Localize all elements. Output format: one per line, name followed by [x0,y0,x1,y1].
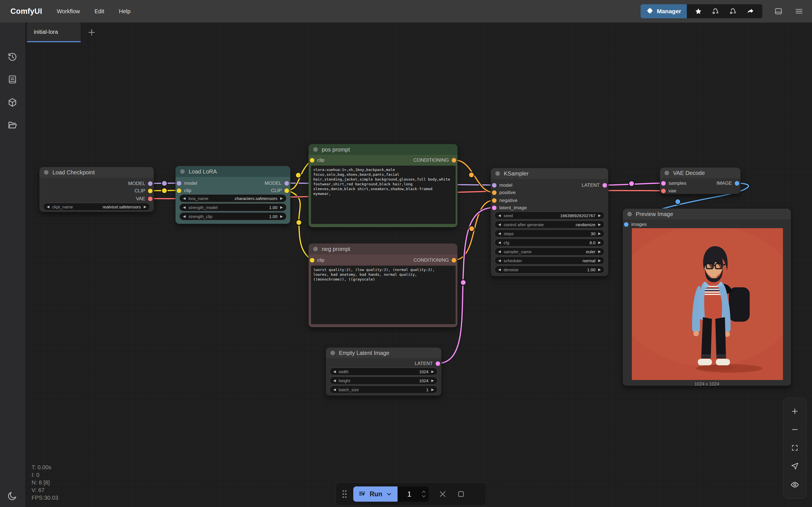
widget-strength-model[interactable]: strength_model 1.00 [179,203,287,211]
collapse-dot[interactable] [44,170,49,175]
input-slot-clip[interactable]: clip [177,188,192,193]
node-neg-prompt[interactable]: neg prompt clip CONDITIONING (worst qual… [308,243,458,327]
increment-arrow-icon[interactable] [280,196,283,200]
node-vae-decode[interactable]: VAE Decode samples vae IMAGE [660,167,741,194]
slot-dot[interactable] [452,258,456,263]
node-header[interactable]: pos prompt [309,144,457,155]
collapse-dot[interactable] [495,171,500,176]
clear-queue-x-icon[interactable] [438,490,447,499]
batch-count-stepper[interactable]: 1 [398,487,428,502]
decrement-arrow-icon[interactable] [498,241,501,244]
increment-arrow-icon[interactable] [598,232,601,235]
decrement-arrow-icon[interactable] [498,250,501,253]
queue-panel-icon[interactable] [6,73,18,86]
output-slot-clip[interactable]: CLIP [135,188,153,194]
decrement-arrow-icon[interactable] [183,196,186,200]
slot-dot[interactable] [661,189,666,193]
increment-arrow-icon[interactable] [598,268,601,271]
increment-arrow-icon[interactable] [432,379,434,382]
input-slot-model[interactable]: model [492,182,512,188]
node-library-icon[interactable] [6,96,18,109]
decrement-arrow-icon[interactable] [183,215,186,218]
collapse-dot[interactable] [313,147,318,152]
vacuum-clear-icon[interactable] [712,7,719,15]
slot-dot[interactable] [492,190,497,195]
output-slot-model[interactable]: MODEL [265,180,289,186]
input-slot-model[interactable]: model [177,180,197,186]
input-slot-images[interactable]: images [624,222,647,227]
output-slot-vae[interactable]: VAE [136,196,153,202]
star-icon[interactable] [695,8,702,15]
widget-seed[interactable]: seed166398928202767 [495,212,605,219]
manager-button[interactable]: Manager [641,4,687,18]
increment-arrow-icon[interactable] [598,214,601,217]
output-slot-model[interactable]: MODEL [128,181,153,186]
decrement-arrow-icon[interactable] [183,206,186,209]
prompt-textarea[interactable]: <lora:xuehua:1>,xh,1boy,backpack,male fo… [311,166,456,224]
node-header[interactable]: Preview Image [623,209,791,219]
widget-height[interactable]: height1024 [329,377,438,385]
slot-dot[interactable] [735,181,739,186]
share-icon[interactable] [747,7,755,15]
decrement-arrow-icon[interactable] [498,259,501,262]
collapse-dot[interactable] [180,169,185,174]
slot-dot[interactable] [177,181,181,186]
slot-dot[interactable] [285,181,289,186]
slot-dot[interactable] [661,181,666,186]
decrement-arrow-icon[interactable] [333,370,336,373]
input-slot-positive[interactable]: positive [492,190,516,195]
widget-denoise[interactable]: denoise1.00 [495,266,605,274]
fit-view-icon[interactable] [791,444,799,452]
node-ksampler[interactable]: KSampler model positive negative latent_… [491,168,608,276]
widget-ckpt-name[interactable]: ckpt_name realvisxl.safetensors [43,203,150,211]
slot-dot[interactable] [603,183,607,187]
increment-arrow-icon[interactable] [598,223,601,226]
increment-arrow-icon[interactable] [598,241,601,244]
output-slot-conditioning[interactable]: CONDITIONING [413,158,456,163]
widget-lora-name[interactable]: lora_name characters.safetensors [179,194,287,202]
widget-control-after-generate[interactable]: control after generaterandomize [495,221,605,228]
run-button[interactable]: Run [353,487,398,502]
vacuum-clear-all-icon[interactable] [729,7,737,15]
input-slot-vae[interactable]: vae [661,188,676,194]
increment-arrow-icon[interactable] [144,205,146,209]
node-header[interactable]: KSampler [491,168,608,179]
slot-dot[interactable] [492,206,497,210]
slot-dot[interactable] [452,158,456,163]
slot-dot[interactable] [148,189,153,193]
decrement-arrow-icon[interactable] [333,379,336,382]
pan-navigate-icon[interactable] [791,462,799,470]
decrement-arrow-icon[interactable] [498,268,501,271]
node-pos-prompt[interactable]: pos prompt clip CONDITIONING <lora:xuehu… [308,144,458,227]
output-slot-conditioning[interactable]: CONDITIONING [413,258,456,263]
workflow-history-icon[interactable] [6,51,18,63]
output-slot-image[interactable]: IMAGE [716,180,739,186]
slot-dot[interactable] [148,181,153,186]
zoom-in-icon[interactable] [791,407,799,415]
zoom-out-icon[interactable] [791,425,799,434]
tab-initial-lora[interactable]: initial-lora [27,22,81,42]
drag-handle[interactable] [342,489,348,499]
output-slot-latent[interactable]: LATENT [415,361,440,367]
node-load-lora[interactable]: Load LoRA model clip MODEL CLIP lora_nam… [175,166,290,224]
node-preview-image[interactable]: Preview Image images [622,209,791,386]
input-slot-negative[interactable]: negative [492,198,517,203]
bottom-panel-toggle-icon[interactable] [774,7,783,15]
node-header[interactable]: Load LoRA [175,166,290,177]
increment-arrow-icon[interactable] [280,206,283,209]
node-header[interactable]: Empty Latent Image [326,348,441,358]
widget-sampler-name[interactable]: sampler_nameeuler [495,247,605,256]
collapse-dot[interactable] [313,247,318,251]
hamburger-menu-icon[interactable] [795,7,804,16]
slot-dot[interactable] [285,188,289,193]
widget-width[interactable]: width1024 [329,368,438,376]
slot-dot[interactable] [310,158,314,163]
widget-batch-size[interactable]: batch_size1 [329,386,438,393]
collapse-dot[interactable] [331,351,335,355]
toggle-visibility-eye-icon[interactable] [790,480,799,489]
decrement-arrow-icon[interactable] [498,214,501,217]
slot-dot[interactable] [492,183,497,187]
menu-help[interactable]: Help [119,8,131,15]
collapse-dot[interactable] [627,212,632,216]
node-header[interactable]: VAE Decode [660,168,741,178]
